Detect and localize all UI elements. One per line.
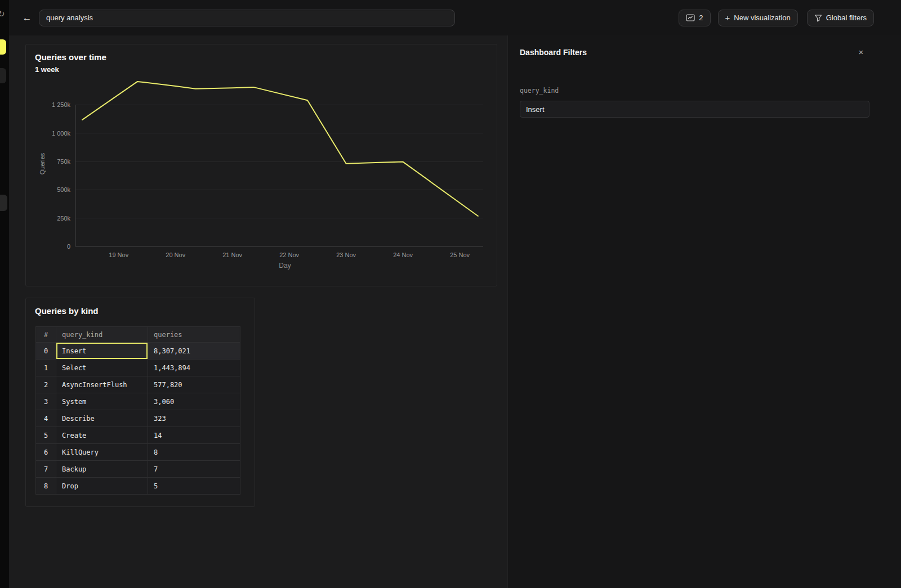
row-index-cell: 6 — [36, 444, 56, 461]
row-index-cell: 0 — [36, 343, 56, 360]
chart-subtitle: 1 week — [35, 65, 59, 74]
table-row: 2AsyncInsertFlush577,820 — [36, 376, 240, 393]
svg-text:19 Nov: 19 Nov — [109, 252, 128, 258]
table-row: 8Drop5 — [36, 478, 240, 495]
visualization-count-button[interactable]: 2 — [679, 10, 710, 26]
svg-text:750k: 750k — [57, 158, 70, 165]
table-row: 5Create14 — [36, 427, 240, 444]
query-kind-cell[interactable]: KillQuery — [56, 444, 148, 461]
sidebar-item[interactable] — [0, 195, 7, 211]
table-row: 6KillQuery8 — [36, 444, 240, 461]
queries-count-cell[interactable]: 8 — [148, 444, 240, 461]
query-kind-cell[interactable]: System — [56, 393, 148, 410]
query-kind-cell[interactable]: AsyncInsertFlush — [56, 376, 148, 393]
row-index-cell: 1 — [36, 360, 56, 376]
svg-text:25 Nov: 25 Nov — [450, 252, 470, 258]
row-index-cell: 3 — [36, 393, 56, 410]
row-index-cell: 4 — [36, 410, 56, 427]
queries-table-head: # query_kind queries — [36, 327, 240, 343]
close-button[interactable]: × — [856, 47, 866, 57]
funnel-icon — [814, 14, 822, 22]
query-kind-cell[interactable]: Create — [56, 427, 148, 444]
svg-text:500k: 500k — [57, 186, 70, 193]
visualization-icon — [686, 14, 695, 21]
column-header-query-kind[interactable]: query_kind — [56, 327, 148, 343]
filter-field-label: query_kind — [520, 87, 559, 95]
sidebar-item[interactable] — [0, 68, 6, 83]
queries-count-cell[interactable]: 5 — [148, 478, 240, 495]
svg-text:250k: 250k — [57, 215, 70, 222]
queries-count-cell[interactable]: 8,307,021 — [148, 343, 240, 360]
svg-text:Day: Day — [279, 262, 291, 270]
column-header-queries[interactable]: queries — [148, 327, 240, 343]
chart-title: Queries over time — [35, 52, 106, 62]
new-visualization-label: New visualization — [734, 14, 790, 22]
queries-count-cell[interactable]: 3,060 — [148, 393, 240, 410]
back-button[interactable]: ← — [19, 10, 35, 26]
dashboard-filters-panel: Dashboard Filters × query_kind — [507, 35, 901, 588]
queries-table-body: 0Insert8,307,0211Select1,443,8942AsyncIn… — [36, 343, 240, 495]
queries-count-cell[interactable]: 7 — [148, 461, 240, 478]
filters-panel-title: Dashboard Filters — [520, 48, 587, 57]
query-kind-cell[interactable]: Backup — [56, 461, 148, 478]
queries-count-cell[interactable]: 323 — [148, 410, 240, 427]
queries-count-cell[interactable]: 1,443,894 — [148, 360, 240, 376]
table-row: 1Select1,443,894 — [36, 360, 240, 376]
query-kind-cell[interactable]: Describe — [56, 410, 148, 427]
queries-count-cell[interactable]: 577,820 — [148, 376, 240, 393]
svg-text:1 000k: 1 000k — [52, 130, 71, 137]
new-visualization-button[interactable]: + New visualization — [718, 10, 798, 26]
close-icon: × — [859, 47, 864, 57]
dashboard-title-input[interactable] — [39, 10, 455, 26]
row-index-cell: 7 — [36, 461, 56, 478]
svg-text:21 Nov: 21 Nov — [222, 252, 242, 258]
global-filters-button[interactable]: Global filters — [807, 10, 874, 26]
row-index-cell: 8 — [36, 478, 56, 495]
svg-text:0: 0 — [67, 243, 70, 250]
svg-text:1 250k: 1 250k — [52, 101, 71, 108]
queries-count-cell[interactable]: 14 — [148, 427, 240, 444]
svg-text:Queries: Queries — [39, 152, 46, 174]
arrow-left-icon: ← — [23, 12, 32, 24]
table-title: Queries by kind — [35, 306, 99, 316]
left-icon-strip: ↻ — [0, 0, 9, 588]
queries-table: # query_kind queries 0Insert8,307,0211Se… — [35, 326, 240, 495]
dashboard-canvas: Queries over time 1 week 0250k500k750k1 … — [9, 35, 507, 588]
query-kind-cell[interactable]: Drop — [56, 478, 148, 495]
svg-text:22 Nov: 22 Nov — [279, 252, 299, 258]
queries-by-kind-card: Queries by kind # query_kind queries 0In… — [25, 298, 255, 507]
svg-text:20 Nov: 20 Nov — [166, 252, 185, 258]
queries-over-time-card: Queries over time 1 week 0250k500k750k1 … — [25, 44, 497, 286]
query-kind-cell[interactable]: Insert — [56, 343, 148, 360]
table-row: 0Insert8,307,021 — [36, 343, 240, 360]
table-row: 4Describe323 — [36, 410, 240, 427]
queries-chart-svg[interactable]: 0250k500k750k1 000k1 250k19 Nov20 Nov21 … — [26, 44, 498, 287]
svg-text:23 Nov: 23 Nov — [336, 252, 356, 258]
sidebar-item-active[interactable] — [0, 39, 6, 55]
row-index-cell: 5 — [36, 427, 56, 444]
row-index-cell: 2 — [36, 376, 56, 393]
plus-icon: + — [725, 14, 730, 22]
query-kind-filter-input[interactable] — [520, 101, 869, 118]
topbar-actions: 2 + New visualization Global filters — [679, 10, 874, 26]
svg-text:24 Nov: 24 Nov — [393, 252, 413, 258]
column-header-index[interactable]: # — [36, 327, 56, 343]
top-bar: ← 2 + New visualization Global filters — [9, 0, 901, 35]
table-row: 7Backup7 — [36, 461, 240, 478]
table-row: 3System3,060 — [36, 393, 240, 410]
visualization-count: 2 — [699, 14, 703, 22]
refresh-icon[interactable]: ↻ — [0, 9, 5, 19]
query-kind-cell[interactable]: Select — [56, 360, 148, 376]
global-filters-label: Global filters — [826, 14, 867, 22]
